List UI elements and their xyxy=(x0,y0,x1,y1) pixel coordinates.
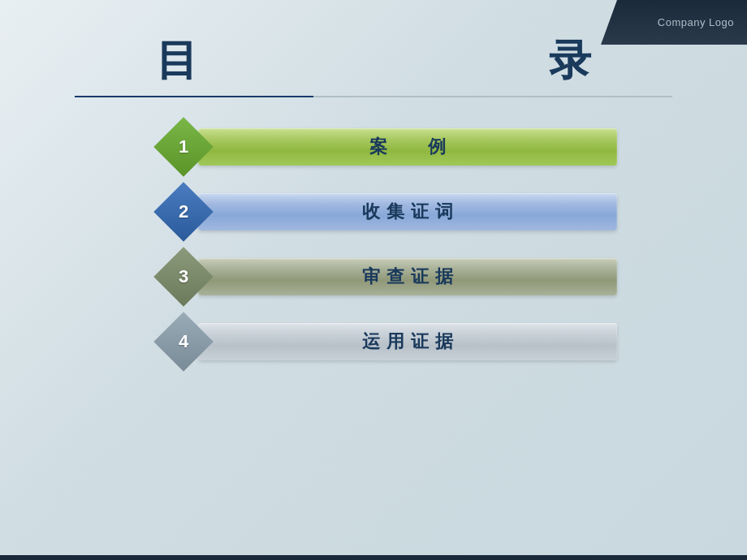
number-1: 1 xyxy=(179,136,188,157)
diamond-1: 1 xyxy=(153,117,214,177)
bar-4: 运用证据 xyxy=(198,323,617,360)
diamond-4: 4 xyxy=(153,312,214,372)
number-2: 2 xyxy=(179,201,188,222)
label-1: 案 例 xyxy=(363,135,452,159)
number-4: 4 xyxy=(179,331,188,352)
menu-item-1[interactable]: 1 案 例 xyxy=(162,126,617,168)
bar-2: 收集证词 xyxy=(198,193,617,230)
title-section: 目 录 xyxy=(0,32,747,97)
diamond-2: 2 xyxy=(153,182,214,242)
bar-3: 审查证据 xyxy=(198,258,617,295)
menu-item-2[interactable]: 2 收集证词 xyxy=(162,191,617,233)
company-logo-text: Company Logo xyxy=(658,16,734,28)
menu-item-4[interactable]: 4 运用证据 xyxy=(162,321,617,363)
page-title: 目 录 xyxy=(0,32,747,89)
bottom-border xyxy=(0,555,747,560)
bar-1: 案 例 xyxy=(198,128,617,166)
number-3: 3 xyxy=(179,266,188,287)
menu-item-3[interactable]: 3 审查证据 xyxy=(162,256,617,298)
label-2: 收集证词 xyxy=(356,200,460,224)
diamond-3: 3 xyxy=(153,247,214,307)
title-underline xyxy=(75,96,672,97)
menu-container: 1 案 例 2 收集证词 3 审查证据 4 运用证据 xyxy=(162,126,617,386)
label-3: 审查证据 xyxy=(356,265,460,289)
label-4: 运用证据 xyxy=(356,330,460,354)
